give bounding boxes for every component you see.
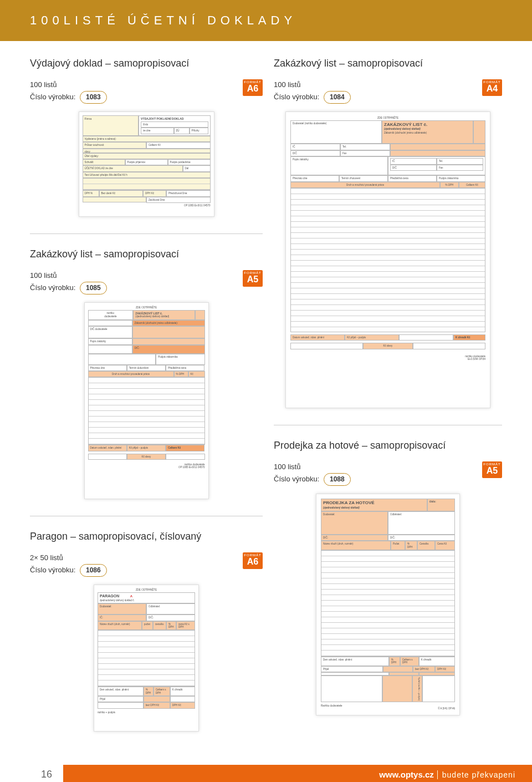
form-lines bbox=[290, 188, 485, 332]
form-prijal: Kč přijal – podpis bbox=[127, 445, 166, 451]
form-zu: ZÚ bbox=[174, 128, 190, 134]
product-title: Prodejka za hotové – samopropisovací bbox=[274, 440, 502, 451]
product-1084: Zakázkový list – samopropisovací 100 lis… bbox=[274, 58, 502, 408]
form-ic: IČ bbox=[290, 144, 340, 150]
form-odb: Odběratel: bbox=[388, 511, 455, 535]
form-kuh: K úhradě Kč bbox=[453, 334, 485, 341]
form-heading: PARAGON bbox=[100, 594, 119, 598]
form-den: Den uskuteč. zdan. plnění: bbox=[321, 657, 389, 666]
form-lines bbox=[88, 377, 205, 445]
form-podpis: Podpis zákazníka bbox=[437, 175, 485, 181]
sku-badge: 1088 bbox=[324, 473, 351, 486]
form-sub: (zjednodušený daňový doklad) bbox=[384, 128, 471, 130]
form-odberatel: Odběratel: bbox=[146, 603, 195, 615]
form-druh: Druh a množství provedené práce bbox=[290, 182, 440, 188]
form-cenasdph: cena Kč s DPH bbox=[176, 621, 195, 631]
form-tel2: Tel. bbox=[437, 158, 483, 164]
form-celkem: Celkem Kč bbox=[459, 182, 485, 188]
format-badge: FORMÁT A6 bbox=[243, 79, 263, 96]
product-1085: Zakázkový list – samopropisovací 100 lis… bbox=[30, 248, 263, 499]
form-sub: (zjednodušený daňový doklad) bbox=[323, 506, 360, 509]
sku-label: Číslo výrobku: bbox=[30, 93, 75, 101]
form-razitko: razítko + podpis bbox=[98, 711, 195, 714]
form-bez: Bez daně Kč bbox=[99, 190, 144, 196]
form-sdph: % DPH bbox=[440, 182, 459, 188]
form-pocet: počet bbox=[142, 621, 153, 631]
format-size: A6 bbox=[247, 84, 258, 93]
form-zak-area bbox=[390, 144, 485, 150]
form-slevy: Kč slevy bbox=[127, 454, 166, 460]
form-preview-1086: ZDE ODTRHNĚTE PARAGON A zjednodušený daň… bbox=[94, 585, 199, 732]
form-sdph: % DPH bbox=[144, 687, 154, 696]
form-footnote: OP 1085 Ev.8/11 04570 bbox=[88, 466, 205, 469]
sku-label: Číslo výrobku: bbox=[30, 283, 75, 292]
form-prilohy: Přílohy bbox=[190, 128, 208, 134]
form-celkemsdph: Celkem s DPH bbox=[154, 687, 170, 696]
sku-label: Číslo výrobku: bbox=[274, 93, 319, 101]
form-heading: PRODEJKA ZA HOTOVÉ bbox=[323, 500, 375, 505]
form-datum: Datum uskuteč. zdan. plnění bbox=[88, 445, 127, 451]
form-kc: Kč bbox=[188, 371, 205, 377]
divider bbox=[274, 425, 502, 425]
page-number: 16 bbox=[0, 765, 63, 782]
form-dphkc: DPH Kč bbox=[170, 702, 195, 708]
product-title: Zakázkový list – samopropisovací bbox=[30, 248, 263, 260]
form-footnote: OP 1083 Ev.8/11 04570 bbox=[83, 204, 211, 207]
form-dph: DPH % bbox=[83, 190, 99, 196]
form-zak: Zákazník (obchodní jméno odběratele) bbox=[384, 131, 471, 134]
form-termin: Termín dokončení bbox=[127, 365, 166, 371]
format-badge: FORMÁT A6 bbox=[243, 552, 263, 569]
form-dphkc: DPH Kč bbox=[143, 190, 166, 196]
footer-tagline: budete překvapeni bbox=[437, 770, 515, 779]
form-dic2: DIČ: bbox=[388, 535, 455, 541]
form-preview-1083: Firma VÝDAJOVÝ POKLADNÍ DOKLAD číslo ze … bbox=[79, 111, 214, 217]
form-ic: IČ: bbox=[98, 615, 146, 621]
form-dphkc: DPH Kč bbox=[435, 666, 455, 672]
format-badge: FORMÁT A5 bbox=[482, 461, 502, 478]
form-dod: Dodavatel: bbox=[321, 511, 388, 535]
form-sub: (zjednodušený daňový doklad) bbox=[135, 315, 192, 318]
form-ic2: IČ bbox=[390, 158, 437, 164]
form-firm: Firma bbox=[83, 115, 139, 136]
format-size: A5 bbox=[247, 275, 258, 284]
page-title: 100LISTÉ ÚČETNÍ DOKLADY bbox=[30, 13, 502, 28]
form-cenakc: Cena Kč bbox=[435, 541, 455, 550]
form-nazev: Název zboží (druh, rozměr) bbox=[321, 541, 391, 550]
form-preview-1084: ZDE ODTRHNĚTE Dodavatel (razítko dodavat… bbox=[285, 111, 490, 408]
format-size: A4 bbox=[487, 84, 498, 93]
form-kuh: K úhradě: bbox=[419, 657, 455, 666]
sheets-label: 100 listů bbox=[274, 79, 351, 91]
form-prijal: Přijal bbox=[98, 696, 144, 702]
divider bbox=[30, 233, 263, 234]
form-pocet: Počet bbox=[391, 541, 405, 550]
form-vydal: Vydal (razítko + podpis) bbox=[412, 676, 422, 702]
form-sub: zjednodušený daňový doklad č. bbox=[100, 599, 193, 602]
sku-badge: 1086 bbox=[80, 564, 107, 577]
form-cislo: číslo bbox=[141, 121, 208, 128]
form-preview-1085: ZDE ODTRHNĚTE razítkododavatele ZAKÁZKOV… bbox=[84, 302, 209, 499]
form-spacer: slovy bbox=[83, 149, 211, 153]
sku-label: Číslo výrobku: bbox=[30, 566, 75, 574]
form-sdph: % DPH bbox=[174, 371, 188, 377]
form-dic: DIČ: bbox=[132, 345, 205, 354]
form-celkemkc: Celkem Kč bbox=[166, 445, 204, 451]
sheets-label: 2× 50 listů bbox=[30, 552, 107, 564]
product-title: Zakázkový list – samopropisovací bbox=[274, 58, 502, 69]
form-podpis: Podpis zákazníka bbox=[156, 354, 204, 365]
format-size: A6 bbox=[247, 557, 258, 566]
form-predbezna: Předběžná cena bbox=[388, 175, 437, 181]
form-fax: Fax bbox=[340, 150, 390, 156]
form-heading: ZAKÁZKOVÝ LIST č. bbox=[384, 122, 471, 128]
form-slevy: Kč slevy bbox=[363, 343, 413, 349]
form-lines bbox=[98, 630, 195, 687]
form-prukaz: Průkaz totožnosti: bbox=[83, 142, 147, 148]
page-footer: 16 www.optys.cz budete překvapeni bbox=[0, 765, 532, 782]
form-bezdph: bez DPH Kč bbox=[144, 702, 170, 708]
razitko-label: razítkododavatele bbox=[88, 310, 134, 319]
right-column: Zakázkový list – samopropisovací 100 lis… bbox=[274, 58, 502, 748]
product-1086: Paragon – samopropisovací, číslovaný 2× … bbox=[30, 531, 263, 732]
form-num-box bbox=[195, 310, 205, 319]
divider bbox=[30, 516, 263, 516]
form-podpis-pok: Podpis pokladníka: bbox=[168, 159, 211, 165]
form-lines bbox=[321, 550, 455, 657]
